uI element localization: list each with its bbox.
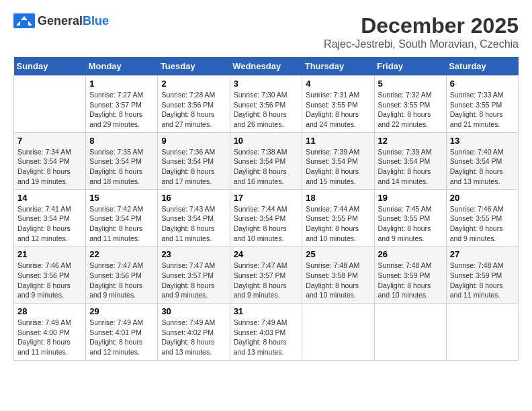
day-number: 27	[450, 249, 515, 259]
day-number: 25	[306, 249, 370, 259]
day-number: 17	[234, 193, 299, 203]
day-info: Sunrise: 7:35 AM Sunset: 3:54 PM Dayligh…	[89, 147, 154, 187]
day-info: Sunrise: 7:28 AM Sunset: 3:56 PM Dayligh…	[161, 90, 226, 130]
calendar-cell: 8Sunrise: 7:35 AM Sunset: 3:54 PM Daylig…	[86, 132, 158, 189]
calendar-cell: 27Sunrise: 7:48 AM Sunset: 3:59 PM Dayli…	[446, 246, 518, 304]
day-number: 29	[89, 306, 154, 316]
calendar-cell: 15Sunrise: 7:42 AM Sunset: 3:54 PM Dayli…	[86, 189, 158, 246]
month-title: December 2025	[324, 13, 519, 38]
weekday-header-sunday: Sunday	[14, 57, 86, 76]
day-info: Sunrise: 7:48 AM Sunset: 3:59 PM Dayligh…	[378, 261, 443, 300]
calendar-cell: 21Sunrise: 7:46 AM Sunset: 3:56 PM Dayli…	[14, 246, 86, 304]
day-number: 3	[234, 79, 299, 89]
day-number: 26	[378, 249, 443, 259]
calendar-cell: 17Sunrise: 7:44 AM Sunset: 3:54 PM Dayli…	[230, 189, 302, 246]
calendar-cell: 30Sunrise: 7:49 AM Sunset: 4:02 PM Dayli…	[158, 304, 230, 361]
calendar-cell: 7Sunrise: 7:34 AM Sunset: 3:54 PM Daylig…	[14, 132, 86, 189]
weekday-header-monday: Monday	[86, 57, 158, 76]
weekday-header-wednesday: Wednesday	[230, 57, 302, 76]
day-number: 24	[234, 249, 299, 259]
day-info: Sunrise: 7:46 AM Sunset: 3:56 PM Dayligh…	[17, 261, 82, 300]
calendar-cell: 24Sunrise: 7:47 AM Sunset: 3:57 PM Dayli…	[230, 246, 302, 304]
calendar-cell	[14, 76, 86, 133]
day-info: Sunrise: 7:39 AM Sunset: 3:54 PM Dayligh…	[378, 147, 443, 187]
day-info: Sunrise: 7:43 AM Sunset: 3:54 PM Dayligh…	[161, 204, 226, 244]
day-info: Sunrise: 7:27 AM Sunset: 3:57 PM Dayligh…	[89, 90, 154, 130]
day-info: Sunrise: 7:41 AM Sunset: 3:54 PM Dayligh…	[17, 204, 82, 244]
logo-blue: Blue	[83, 14, 109, 28]
day-info: Sunrise: 7:36 AM Sunset: 3:54 PM Dayligh…	[161, 147, 226, 187]
calendar-cell: 6Sunrise: 7:33 AM Sunset: 3:55 PM Daylig…	[446, 76, 518, 133]
calendar-cell: 4Sunrise: 7:31 AM Sunset: 3:55 PM Daylig…	[302, 76, 374, 133]
day-info: Sunrise: 7:31 AM Sunset: 3:55 PM Dayligh…	[306, 90, 370, 130]
day-info: Sunrise: 7:40 AM Sunset: 3:54 PM Dayligh…	[450, 147, 515, 187]
day-info: Sunrise: 7:49 AM Sunset: 4:02 PM Dayligh…	[161, 318, 226, 357]
day-number: 14	[17, 193, 82, 203]
calendar-cell: 28Sunrise: 7:49 AM Sunset: 4:00 PM Dayli…	[14, 304, 86, 361]
day-number: 16	[161, 193, 226, 203]
logo-general: General	[38, 14, 83, 28]
weekday-header-tuesday: Tuesday	[158, 57, 230, 76]
calendar-cell: 22Sunrise: 7:47 AM Sunset: 3:56 PM Dayli…	[86, 246, 158, 304]
calendar-cell: 25Sunrise: 7:48 AM Sunset: 3:58 PM Dayli…	[302, 246, 374, 304]
calendar-table: SundayMondayTuesdayWednesdayThursdayFrid…	[13, 57, 519, 361]
day-info: Sunrise: 7:30 AM Sunset: 3:56 PM Dayligh…	[234, 90, 299, 130]
page-header: GeneralBlue December 2025 Rajec-Jestrebi…	[13, 13, 519, 50]
day-number: 15	[89, 193, 154, 203]
title-area: December 2025 Rajec-Jestrebi, South Mora…	[324, 13, 519, 50]
weekday-header-saturday: Saturday	[446, 57, 518, 76]
calendar-cell: 19Sunrise: 7:45 AM Sunset: 3:55 PM Dayli…	[374, 189, 446, 246]
calendar-cell	[374, 304, 446, 361]
day-info: Sunrise: 7:49 AM Sunset: 4:01 PM Dayligh…	[89, 318, 154, 357]
day-info: Sunrise: 7:49 AM Sunset: 4:03 PM Dayligh…	[234, 318, 299, 357]
day-number: 6	[450, 79, 515, 89]
calendar-cell: 18Sunrise: 7:44 AM Sunset: 3:55 PM Dayli…	[302, 189, 374, 246]
day-number: 23	[161, 249, 226, 259]
calendar-cell: 12Sunrise: 7:39 AM Sunset: 3:54 PM Dayli…	[374, 132, 446, 189]
logo-icon	[13, 13, 35, 28]
day-info: Sunrise: 7:47 AM Sunset: 3:57 PM Dayligh…	[161, 261, 226, 300]
day-info: Sunrise: 7:33 AM Sunset: 3:55 PM Dayligh…	[450, 90, 515, 130]
calendar-cell: 29Sunrise: 7:49 AM Sunset: 4:01 PM Dayli…	[86, 304, 158, 361]
day-number: 12	[378, 136, 443, 146]
calendar-cell: 26Sunrise: 7:48 AM Sunset: 3:59 PM Dayli…	[374, 246, 446, 304]
weekday-header-friday: Friday	[374, 57, 446, 76]
day-number: 2	[161, 79, 226, 89]
calendar-cell	[446, 304, 518, 361]
day-info: Sunrise: 7:45 AM Sunset: 3:55 PM Dayligh…	[378, 204, 443, 244]
day-number: 4	[306, 79, 370, 89]
logo: GeneralBlue	[13, 13, 109, 28]
day-info: Sunrise: 7:48 AM Sunset: 3:59 PM Dayligh…	[450, 261, 515, 300]
day-info: Sunrise: 7:49 AM Sunset: 4:00 PM Dayligh…	[17, 318, 82, 357]
calendar-cell: 31Sunrise: 7:49 AM Sunset: 4:03 PM Dayli…	[230, 304, 302, 361]
day-number: 20	[450, 193, 515, 203]
svg-rect-2	[20, 20, 28, 26]
day-info: Sunrise: 7:47 AM Sunset: 3:56 PM Dayligh…	[89, 261, 154, 300]
day-number: 30	[161, 306, 226, 316]
weekday-header-thursday: Thursday	[302, 57, 374, 76]
location: Rajec-Jestrebi, South Moravian, Czechia	[324, 38, 519, 50]
day-number: 21	[17, 249, 82, 259]
calendar-cell: 1Sunrise: 7:27 AM Sunset: 3:57 PM Daylig…	[86, 76, 158, 133]
calendar-cell: 14Sunrise: 7:41 AM Sunset: 3:54 PM Dayli…	[14, 189, 86, 246]
calendar-cell: 11Sunrise: 7:39 AM Sunset: 3:54 PM Dayli…	[302, 132, 374, 189]
day-info: Sunrise: 7:48 AM Sunset: 3:58 PM Dayligh…	[306, 261, 370, 300]
calendar-cell: 5Sunrise: 7:32 AM Sunset: 3:55 PM Daylig…	[374, 76, 446, 133]
calendar-cell: 9Sunrise: 7:36 AM Sunset: 3:54 PM Daylig…	[158, 132, 230, 189]
day-info: Sunrise: 7:34 AM Sunset: 3:54 PM Dayligh…	[17, 147, 82, 187]
day-number: 1	[89, 79, 154, 89]
calendar-cell: 3Sunrise: 7:30 AM Sunset: 3:56 PM Daylig…	[230, 76, 302, 133]
day-info: Sunrise: 7:44 AM Sunset: 3:55 PM Dayligh…	[306, 204, 370, 244]
day-info: Sunrise: 7:42 AM Sunset: 3:54 PM Dayligh…	[89, 204, 154, 244]
day-number: 28	[17, 306, 82, 316]
day-number: 22	[89, 249, 154, 259]
day-number: 31	[234, 306, 299, 316]
day-number: 11	[306, 136, 370, 146]
day-number: 19	[378, 193, 443, 203]
day-info: Sunrise: 7:47 AM Sunset: 3:57 PM Dayligh…	[234, 261, 299, 300]
day-number: 7	[17, 136, 82, 146]
day-info: Sunrise: 7:32 AM Sunset: 3:55 PM Dayligh…	[378, 90, 443, 130]
day-number: 5	[378, 79, 443, 89]
day-info: Sunrise: 7:44 AM Sunset: 3:54 PM Dayligh…	[234, 204, 299, 244]
day-number: 13	[450, 136, 515, 146]
